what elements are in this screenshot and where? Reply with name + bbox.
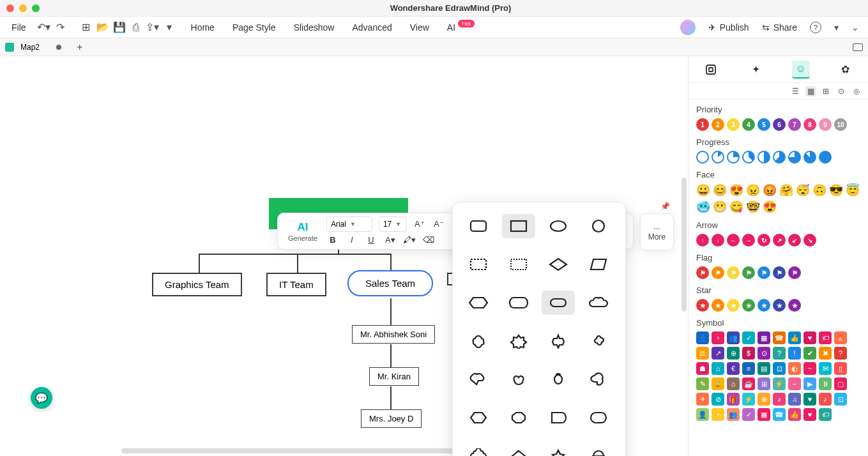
symbol-14[interactable]: ⊙ [758, 347, 770, 360]
clear-format[interactable]: ⌫ [422, 234, 435, 247]
symbol-11[interactable]: ↗ [712, 347, 724, 360]
symbol-16[interactable]: ! [788, 347, 801, 360]
symbol-17[interactable]: ✔ [803, 347, 816, 360]
shape-option-9[interactable] [502, 291, 535, 315]
symbol-26[interactable]: ◐ [788, 362, 801, 375]
symbol-56[interactable]: 👍 [788, 408, 801, 421]
star-2[interactable]: ★ [727, 299, 740, 312]
tab-outline-icon[interactable] [702, 61, 720, 79]
view-search[interactable]: ⊙ [836, 86, 846, 96]
symbol-24[interactable]: ▤ [758, 362, 770, 375]
tab-clipart-icon[interactable]: ✿ [837, 61, 855, 79]
face-11[interactable]: 😬 [713, 200, 727, 214]
symbol-45[interactable]: ♪ [773, 393, 786, 406]
symbol-12[interactable]: ⊕ [727, 347, 740, 360]
priority-5[interactable]: 5 [758, 118, 770, 131]
maximize-window[interactable] [32, 4, 40, 12]
arrow-6[interactable]: ↙ [788, 234, 801, 247]
help-icon[interactable]: ? [810, 22, 821, 33]
face-12[interactable]: 😋 [729, 200, 743, 214]
node-member-2[interactable]: Mr. Kiran [369, 367, 419, 386]
save-icon[interactable]: 💾 [113, 21, 126, 34]
flag-2[interactable]: ⚑ [727, 266, 740, 279]
shape-option-23[interactable] [582, 406, 615, 430]
canvas[interactable]: Graphics Team IT Team Sales Team Mr. Abh… [0, 56, 688, 456]
symbol-47[interactable]: ♥ [803, 393, 816, 406]
symbol-29[interactable]: ▯ [834, 362, 847, 375]
symbol-13[interactable]: $ [742, 347, 755, 360]
node-member-1[interactable]: Mr. Abhishek Soni [352, 325, 435, 344]
publish-button[interactable]: ✈ Publish [708, 22, 749, 33]
arrow-3[interactable]: → [742, 234, 755, 247]
symbol-38[interactable]: ⏸ [819, 377, 832, 390]
view-eye[interactable]: ◎ [851, 86, 862, 96]
symbol-23[interactable]: ≡ [742, 362, 755, 375]
face-13[interactable]: 🤓 [746, 200, 760, 214]
close-window[interactable] [6, 4, 14, 12]
face-14[interactable]: 😍 [763, 200, 777, 214]
symbol-19[interactable]: ? [834, 347, 847, 360]
symbol-33[interactable]: ☕ [742, 377, 755, 390]
collapse-icon[interactable]: ⌄ [851, 22, 859, 33]
symbol-8[interactable]: 🏷 [819, 331, 832, 344]
progress-0[interactable] [696, 151, 709, 163]
shape-option-0[interactable] [462, 214, 495, 238]
node-member-3[interactable]: Mrs. Joey D [361, 409, 422, 428]
flag-0[interactable]: ⚑ [696, 266, 709, 279]
symbol-42[interactable]: 🎁 [727, 393, 740, 406]
symbol-15[interactable]: ? [773, 347, 786, 360]
priority-8[interactable]: 8 [803, 118, 816, 131]
view-list[interactable]: ☰ [790, 86, 800, 96]
shape-option-18[interactable] [542, 367, 575, 391]
flag-1[interactable]: ⚑ [712, 266, 724, 279]
progress-4[interactable] [758, 151, 770, 163]
flag-4[interactable]: ⚑ [758, 266, 770, 279]
star-3[interactable]: ★ [742, 299, 755, 312]
progress-7[interactable] [803, 151, 816, 163]
symbol-46[interactable]: ♫ [788, 393, 801, 406]
node-it-team[interactable]: IT Team [266, 273, 326, 296]
star-5[interactable]: ★ [773, 299, 786, 312]
face-4[interactable]: 😡 [763, 183, 777, 197]
shape-option-10[interactable] [542, 291, 575, 315]
symbol-3[interactable]: ✓ [742, 331, 755, 344]
face-6[interactable]: 😴 [796, 183, 810, 197]
tab-panel-toggle[interactable] [853, 43, 863, 51]
shape-option-26[interactable] [542, 444, 575, 456]
symbol-55[interactable]: ☎ [773, 408, 786, 421]
face-10[interactable]: 🥶 [696, 200, 710, 214]
priority-3[interactable]: 3 [727, 118, 740, 131]
font-color[interactable]: A▾ [384, 234, 397, 247]
symbol-35[interactable]: ⚡ [773, 377, 786, 390]
flag-6[interactable]: ⚑ [788, 266, 801, 279]
print-icon[interactable]: ⎙ [130, 21, 142, 34]
priority-7[interactable]: 7 [788, 118, 801, 131]
symbol-30[interactable]: ✎ [696, 377, 709, 390]
face-0[interactable]: 😀 [696, 183, 710, 197]
symbol-6[interactable]: 👍 [788, 331, 801, 344]
shape-option-3[interactable] [582, 214, 615, 238]
flag-5[interactable]: ⚑ [773, 266, 786, 279]
bold-button[interactable]: B [326, 234, 339, 247]
symbol-27[interactable]: ~ [803, 362, 816, 375]
priority-4[interactable]: 4 [742, 118, 755, 131]
shape-option-21[interactable] [502, 406, 535, 430]
view-grid[interactable]: ▦ [805, 86, 816, 96]
star-0[interactable]: ★ [696, 299, 709, 312]
arrow-0[interactable]: ↑ [696, 234, 709, 247]
highlight-color[interactable]: 🖍▾ [403, 234, 416, 247]
shape-option-7[interactable] [582, 252, 615, 277]
symbol-18[interactable]: ✖ [819, 347, 832, 360]
v-scrollbar[interactable] [681, 178, 687, 312]
shape-option-16[interactable] [462, 367, 495, 391]
shape-option-1[interactable] [502, 214, 535, 238]
menu-view[interactable]: View [410, 22, 429, 33]
face-3[interactable]: 😠 [746, 183, 760, 197]
symbol-44[interactable]: ⊕ [758, 393, 770, 406]
progress-1[interactable] [712, 151, 724, 163]
symbol-10[interactable]: ⚖ [696, 347, 709, 360]
symbol-39[interactable]: ▢ [834, 377, 847, 390]
view-add[interactable]: ⊞ [821, 86, 831, 96]
symbol-28[interactable]: ✉ [819, 362, 832, 375]
symbol-31[interactable]: 🔒 [712, 377, 724, 390]
